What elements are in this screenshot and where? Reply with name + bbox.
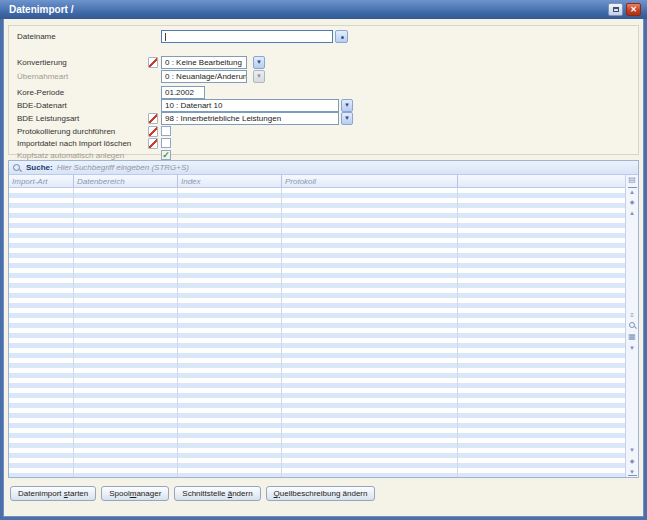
kore-periode-input[interactable] <box>161 86 205 99</box>
scroll-to-first-icon[interactable]: ▲ <box>628 187 637 195</box>
record-marker-icon: ◆ <box>628 457 637 465</box>
kore-periode-label: Kore-Periode <box>17 88 64 97</box>
bde-datenart-row: BDE-Datenart 10 : Datenart 10 ▼ <box>9 99 638 112</box>
dateiname-label: Dateiname <box>17 32 56 41</box>
strip-top-group: ▤ ▲ ◆ ▲ <box>628 176 637 217</box>
list-menu-icon[interactable]: ≡ <box>628 311 637 319</box>
edit-pencil-icon[interactable] <box>148 126 158 137</box>
import-settings-panel: Dateiname Konvertierung 0 : Keine Bearbe… <box>8 25 639 155</box>
browse-button[interactable] <box>335 30 348 43</box>
column-header-datenbereich[interactable]: Datenbereich <box>77 175 125 188</box>
bde-leistungsart-row: BDE Leistungsart 98 : Innerbetriebliche … <box>9 112 638 125</box>
column-options-icon[interactable]: ▤ <box>628 176 637 184</box>
konvertierung-label: Konvertierung <box>17 58 67 67</box>
bde-datenart-select[interactable]: 10 : Datenart 10 <box>161 99 339 112</box>
kore-periode-row: Kore-Periode <box>9 86 638 99</box>
strip-middle-group: ≡ ▦ ▼ <box>628 311 637 352</box>
quellbeschreibung-aendern-button[interactable]: Quellbeschreibung ändern <box>266 486 376 501</box>
scroll-up-icon[interactable]: ▲ <box>628 209 637 217</box>
uebernahmeart-select: 0 : Neuanlage/Änderung <box>161 70 247 83</box>
column-header-protokoll[interactable]: Protokoll <box>285 175 316 188</box>
grid-main: Import-Art Datenbereich Index Protokoll … <box>9 175 638 477</box>
bde-leistungsart-select[interactable]: 98 : Innerbetriebliche Leistungen <box>161 112 339 125</box>
bde-leistungsart-label: BDE Leistungsart <box>17 114 79 123</box>
dateiname-row: Dateiname <box>9 30 638 43</box>
uebernahmeart-row: Übernahmeart 0 : Neuanlage/Änderung ▼ <box>9 70 638 83</box>
datenimport-window: Datenimport / ✕ Dateiname Konvertierung … <box>0 0 647 520</box>
datenimport-starten-button[interactable]: Datenimport starten <box>10 486 96 501</box>
grid-header-row: Import-Art Datenbereich Index Protokoll <box>9 175 625 188</box>
maximize-button[interactable] <box>608 3 623 16</box>
window-controls: ✕ <box>608 3 641 16</box>
browse-icon <box>341 36 344 39</box>
close-button[interactable]: ✕ <box>626 3 641 16</box>
bde-datenart-dropdown-button[interactable]: ▼ <box>341 99 353 112</box>
kopfsatz-label: Kopfsatz automatisch anlegen <box>17 151 124 160</box>
scroll-to-last-icon[interactable]: ▼ <box>628 468 637 476</box>
column-divider[interactable] <box>281 175 282 187</box>
grid-body-empty-rows[interactable] <box>9 188 625 477</box>
kopfsatz-checkbox: ✓ <box>161 150 171 160</box>
edit-pencil-icon[interactable] <box>148 113 158 124</box>
strip-bottom-group: ▼ ◆ ▼ <box>628 446 637 476</box>
schnittstelle-aendern-button[interactable]: Schnittstelle ändern <box>174 486 260 501</box>
chevron-down-icon: ▼ <box>344 102 350 108</box>
column-divider[interactable] <box>73 175 74 187</box>
importdatei-label: Importdatei nach Import löschen <box>17 139 131 148</box>
search-input[interactable] <box>57 163 638 172</box>
window-title: Datenimport / <box>9 4 73 15</box>
close-icon: ✕ <box>630 5 637 14</box>
record-marker-icon: ◆ <box>628 198 637 206</box>
grid-search-icon[interactable] <box>628 322 637 330</box>
search-icon <box>13 163 22 172</box>
titlebar: Datenimport / ✕ <box>0 0 647 19</box>
grid-table: Import-Art Datenbereich Index Protokoll <box>9 175 625 477</box>
edit-pencil-icon[interactable] <box>148 57 158 68</box>
chevron-down-icon: ▼ <box>256 59 262 65</box>
command-button-bar: Datenimport starten Spoolmanager Schnitt… <box>10 486 375 501</box>
maximize-icon <box>613 7 619 12</box>
column-divider[interactable] <box>457 175 458 187</box>
uebernahmeart-dropdown-button: ▼ <box>253 70 265 83</box>
search-bar[interactable]: Suche: <box>9 161 638 175</box>
import-grid-panel: Suche: Import-Art Datenbereich Index Pro… <box>8 160 639 478</box>
column-header-import-art[interactable]: Import-Art <box>12 175 48 188</box>
edit-pencil-icon[interactable] <box>148 138 158 149</box>
dateiname-input[interactable] <box>161 30 333 43</box>
protokollierung-label: Protokollierung durchführen <box>17 127 115 136</box>
chevron-down-icon: ▼ <box>256 73 262 79</box>
jump-down-icon[interactable]: ▼ <box>628 344 637 352</box>
search-label: Suche: <box>26 163 53 172</box>
chevron-down-icon: ▼ <box>344 115 350 121</box>
bde-leistungsart-dropdown-button[interactable]: ▼ <box>341 112 353 125</box>
grid-settings-icon[interactable]: ▦ <box>628 333 637 341</box>
text-caret <box>165 33 166 41</box>
column-divider[interactable] <box>177 175 178 187</box>
column-header-index[interactable]: Index <box>181 175 201 188</box>
spoolmanager-button[interactable]: Spoolmanager <box>101 486 169 501</box>
konvertierung-dropdown-button[interactable]: ▼ <box>253 56 265 69</box>
bde-datenart-label: BDE-Datenart <box>17 101 67 110</box>
grid-scroll-strip: ▤ ▲ ◆ ▲ ≡ ▦ ▼ ▼ ◆ ▼ <box>625 175 638 477</box>
konvertierung-row: Konvertierung 0 : Keine Bearbeitung ▼ <box>9 56 638 69</box>
importdatei-checkbox[interactable] <box>161 138 171 148</box>
protokollierung-checkbox[interactable] <box>161 126 171 136</box>
uebernahmeart-label: Übernahmeart <box>17 72 68 81</box>
konvertierung-select[interactable]: 0 : Keine Bearbeitung <box>161 56 247 69</box>
scroll-down-icon[interactable]: ▼ <box>628 446 637 454</box>
